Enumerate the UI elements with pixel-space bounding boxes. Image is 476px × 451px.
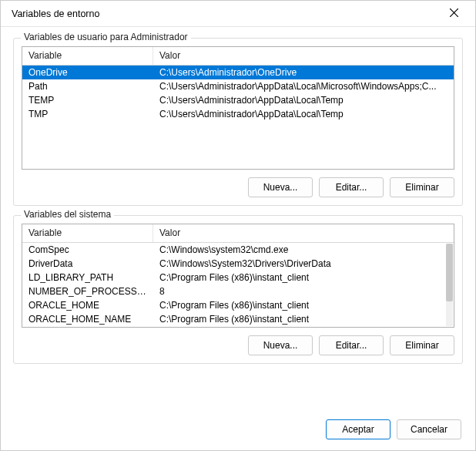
cell-variable: TEMP bbox=[22, 94, 153, 106]
user-variables-group: Variables de usuario para Administrador … bbox=[13, 38, 463, 206]
close-icon bbox=[450, 8, 458, 19]
cell-value: C:\Windows\system32\cmd.exe bbox=[153, 244, 454, 256]
system-list-header: Variable Valor bbox=[22, 224, 454, 243]
table-row[interactable]: NUMBER_OF_PROCESSORS8 bbox=[22, 284, 454, 298]
header-value[interactable]: Valor bbox=[153, 224, 454, 242]
system-buttons-row: Nueva... Editar... Eliminar bbox=[22, 335, 454, 355]
system-scrollbar[interactable] bbox=[446, 244, 453, 326]
table-row[interactable]: OSWindows_NT bbox=[22, 326, 454, 328]
cell-value: Windows_NT bbox=[153, 327, 454, 328]
dialog-title: Variables de entorno bbox=[12, 8, 438, 19]
table-row[interactable]: ComSpecC:\Windows\system32\cmd.exe bbox=[22, 243, 454, 257]
cell-variable: TMP bbox=[22, 108, 153, 120]
user-list-body: OneDriveC:\Users\Administrador\OneDriveP… bbox=[22, 66, 454, 121]
user-buttons-row: Nueva... Editar... Eliminar bbox=[22, 177, 454, 197]
system-variables-group: Variables del sistema Variable Valor Com… bbox=[13, 215, 463, 364]
table-row[interactable]: DriverDataC:\Windows\System32\Drivers\Dr… bbox=[22, 257, 454, 271]
system-group-legend: Variables del sistema bbox=[21, 209, 114, 220]
close-button[interactable] bbox=[438, 2, 469, 25]
header-value[interactable]: Valor bbox=[153, 47, 454, 65]
table-row[interactable]: ORACLE_HOMEC:\Program Files (x86)\instan… bbox=[22, 298, 454, 312]
system-delete-button[interactable]: Eliminar bbox=[390, 335, 454, 355]
user-edit-button[interactable]: Editar... bbox=[319, 177, 384, 197]
cell-variable: OS bbox=[22, 327, 153, 328]
user-delete-button[interactable]: Eliminar bbox=[390, 177, 454, 197]
table-row[interactable]: TMPC:\Users\Administrador\AppData\Local\… bbox=[22, 107, 454, 121]
cell-variable: DriverData bbox=[22, 257, 153, 270]
titlebar: Variables de entorno bbox=[1, 1, 475, 27]
cell-value: C:\Users\Administrador\AppData\Local\Tem… bbox=[153, 94, 454, 106]
table-row[interactable]: PathC:\Users\Administrador\AppData\Local… bbox=[22, 79, 454, 93]
table-row[interactable]: ORACLE_HOME_NAMEC:\Program Files (x86)\i… bbox=[22, 312, 454, 326]
cell-value: C:\Windows\System32\Drivers\DriverData bbox=[153, 257, 454, 270]
cell-variable: LD_LIBRARY_PATH bbox=[22, 271, 153, 284]
ok-button[interactable]: Aceptar bbox=[326, 419, 391, 439]
user-group-legend: Variables de usuario para Administrador bbox=[21, 32, 191, 42]
system-list-body: ComSpecC:\Windows\system32\cmd.exeDriver… bbox=[22, 243, 454, 328]
user-new-button[interactable]: Nueva... bbox=[248, 177, 313, 197]
cell-value: C:\Users\Administrador\OneDrive bbox=[153, 66, 454, 79]
table-row[interactable]: OneDriveC:\Users\Administrador\OneDrive bbox=[22, 66, 454, 79]
cell-value: C:\Users\Administrador\AppData\Local\Mic… bbox=[153, 80, 454, 93]
cell-variable: ORACLE_HOME bbox=[22, 299, 153, 311]
system-new-button[interactable]: Nueva... bbox=[248, 335, 313, 355]
cell-variable: Path bbox=[22, 80, 153, 93]
table-row[interactable]: TEMPC:\Users\Administrador\AppData\Local… bbox=[22, 93, 454, 107]
cell-variable: NUMBER_OF_PROCESSORS bbox=[22, 285, 153, 298]
dialog-footer: Aceptar Cancelar bbox=[1, 415, 475, 450]
system-variables-list[interactable]: Variable Valor ComSpecC:\Windows\system3… bbox=[22, 224, 454, 328]
user-variables-list[interactable]: Variable Valor OneDriveC:\Users\Administ… bbox=[22, 46, 454, 170]
cell-variable: ComSpec bbox=[22, 244, 153, 256]
cell-variable: ORACLE_HOME_NAME bbox=[22, 313, 153, 325]
cell-value: C:\Program Files (x86)\instant_client bbox=[153, 271, 454, 284]
user-list-header: Variable Valor bbox=[22, 47, 454, 66]
scrollbar-thumb[interactable] bbox=[446, 244, 453, 301]
dialog-content: Variables de usuario para Administrador … bbox=[1, 27, 475, 415]
cell-value: 8 bbox=[153, 285, 454, 298]
header-variable[interactable]: Variable bbox=[22, 224, 153, 242]
cell-value: C:\Program Files (x86)\instant_client bbox=[153, 313, 454, 325]
system-edit-button[interactable]: Editar... bbox=[319, 335, 384, 355]
cell-value: C:\Program Files (x86)\instant_client bbox=[153, 299, 454, 311]
header-variable[interactable]: Variable bbox=[22, 47, 153, 65]
cell-value: C:\Users\Administrador\AppData\Local\Tem… bbox=[153, 108, 454, 120]
env-variables-dialog: Variables de entorno Variables de usuari… bbox=[0, 0, 476, 451]
cell-variable: OneDrive bbox=[22, 66, 153, 79]
cancel-button[interactable]: Cancelar bbox=[397, 419, 461, 439]
table-row[interactable]: LD_LIBRARY_PATHC:\Program Files (x86)\in… bbox=[22, 271, 454, 284]
